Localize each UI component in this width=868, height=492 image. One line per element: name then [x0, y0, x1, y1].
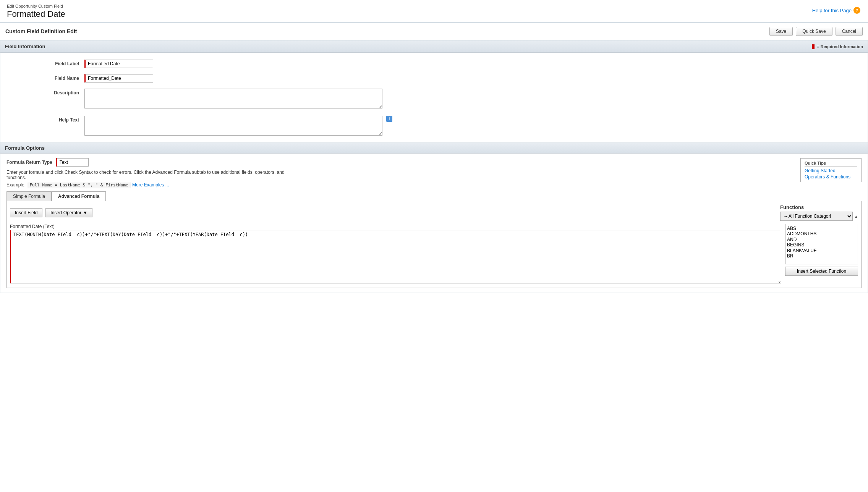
field-information-panel: Field Information ▮ = Required Informati…	[0, 40, 868, 143]
formula-example: Example: Full Name = LastName & ", " & F…	[6, 182, 297, 188]
required-note: ▮ = Required Information	[811, 43, 863, 50]
description-field	[84, 89, 868, 110]
insert-operator-button[interactable]: Insert Operator ▼	[45, 208, 92, 217]
help-link[interactable]: Help for this Page ?	[812, 7, 860, 14]
field-information-form: Field Label Field Name Description Help …	[0, 53, 868, 142]
save-button[interactable]: Save	[769, 27, 793, 36]
example-label: Example:	[6, 182, 26, 188]
field-information-title: Field Information	[5, 44, 45, 49]
help-icon: ?	[853, 7, 860, 14]
help-text-input[interactable]	[84, 116, 382, 136]
help-link-label: Help for this Page	[812, 8, 852, 13]
field-name-input[interactable]	[84, 74, 153, 83]
operator-dropdown-arrow: ▼	[83, 210, 87, 215]
help-text-label: Help Text	[0, 116, 84, 123]
formula-textarea[interactable]: TEXT(MONTH(Date_FIeld__c))+"/"+TEXT(DAY(…	[10, 230, 781, 283]
page-header: Edit Opportunity Custom Field Formatted …	[0, 0, 868, 23]
functions-category-select[interactable]: -- All Function Categori Date & Time Log…	[780, 212, 853, 221]
formula-name-row: Formatted Date (Text) =	[10, 224, 781, 229]
formula-hint: Enter your formula and click Check Synta…	[6, 170, 297, 180]
insert-selected-function-button[interactable]: Insert Selected Function	[785, 267, 858, 276]
formula-options-panel: Formula Options Formula Return Type Text…	[0, 143, 868, 293]
formula-options-title: Formula Options	[5, 145, 45, 151]
tab-content: Insert Field Insert Operator ▼ Functions…	[6, 201, 862, 288]
required-mark: ▮	[811, 43, 815, 50]
field-label-row: Field Label	[0, 57, 868, 71]
functions-label: Functions	[780, 204, 858, 210]
formula-options-header: Formula Options	[0, 143, 868, 154]
field-name-field	[84, 74, 868, 83]
functions-panel: Functions -- All Function Categori Date …	[780, 204, 858, 221]
formula-editor-row: Formatted Date (Text) = TEXT(MONTH(Date_…	[10, 224, 858, 285]
help-text-row: Help Text i	[0, 113, 868, 139]
functions-list-panel: ABS ADDMONTHS AND BEGINS BLANKVALUE BR I…	[785, 224, 858, 276]
section-name: Custom Field Definition Edit	[5, 28, 766, 34]
tab-advanced-formula[interactable]: Advanced Formula	[52, 191, 106, 201]
field-label-field	[84, 60, 868, 68]
field-name-row: Field Name	[0, 71, 868, 86]
quick-tips-operators[interactable]: Operators & Functions	[805, 174, 857, 180]
formula-return-type-select[interactable]: Text Number Currency Date Date/Time Perc…	[56, 158, 89, 167]
formula-return-row: Formula Return Type Text Number Currency…	[6, 158, 297, 167]
description-label: Description	[0, 89, 84, 95]
formula-return-label: Formula Return Type	[6, 160, 52, 165]
info-icon[interactable]: i	[386, 116, 392, 122]
functions-list-select[interactable]: ABS ADDMONTHS AND BEGINS BLANKVALUE BR	[786, 225, 857, 263]
formula-select-wrap: Text Number Currency Date Date/Time Perc…	[56, 158, 89, 167]
field-information-header: Field Information ▮ = Required Informati…	[0, 40, 868, 53]
functions-select-wrap: -- All Function Categori Date & Time Log…	[780, 212, 858, 221]
tab-simple-formula[interactable]: Simple Formula	[6, 191, 52, 201]
edit-label: Edit Opportunity Custom Field	[7, 4, 861, 8]
quick-tips-getting-started[interactable]: Getting Started	[805, 168, 857, 173]
functions-select-arrow: ▲	[854, 214, 858, 218]
formula-content: Formula Return Type Text Number Currency…	[0, 154, 868, 293]
description-input[interactable]	[84, 89, 382, 108]
page-title: Formatted Date	[7, 9, 861, 19]
functions-dropdown: ABS ADDMONTHS AND BEGINS BLANKVALUE BR	[785, 224, 858, 264]
more-examples-link[interactable]: More Examples ...	[132, 182, 169, 188]
field-label-input[interactable]	[84, 60, 153, 68]
help-text-field: i	[84, 116, 868, 136]
cancel-button[interactable]: Cancel	[836, 27, 863, 36]
quick-save-button[interactable]: Quick Save	[796, 27, 832, 36]
description-row: Description	[0, 86, 868, 113]
field-name-label: Field Name	[0, 74, 84, 81]
tab-row: Simple Formula Advanced Formula	[6, 191, 862, 201]
example-value: Full Name = LastName & ", " & FirstName	[27, 182, 131, 188]
formula-editor-left: Formatted Date (Text) = TEXT(MONTH(Date_…	[10, 224, 781, 285]
quick-tips-panel: Quick Tips Getting Started Operators & F…	[800, 158, 862, 182]
toolbar: Custom Field Definition Edit Save Quick …	[0, 23, 868, 40]
quick-tips-title: Quick Tips	[805, 161, 857, 167]
formula-left: Insert Field Insert Operator ▼	[10, 208, 92, 217]
formula-toolbar: Insert Field Insert Operator ▼ Functions…	[10, 204, 858, 221]
insert-field-button[interactable]: Insert Field	[10, 208, 42, 217]
field-label-label: Field Label	[0, 60, 84, 66]
